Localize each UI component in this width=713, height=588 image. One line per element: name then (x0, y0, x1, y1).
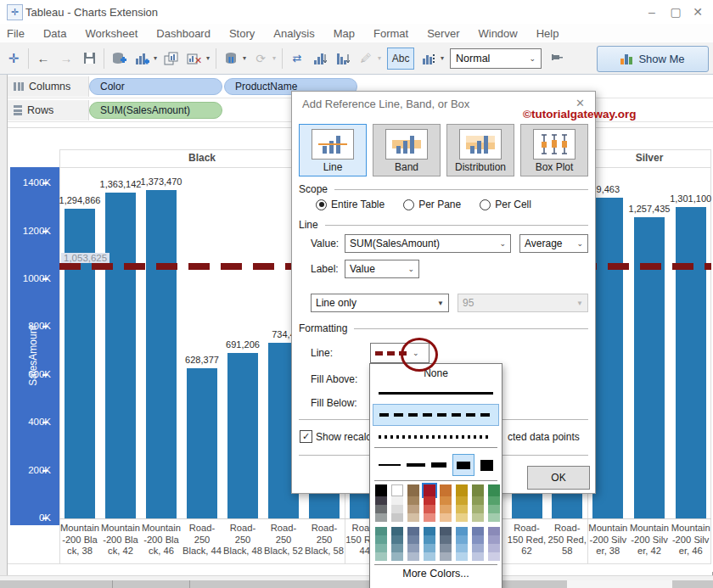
tableau-home-icon[interactable]: ✛ (5, 49, 22, 68)
minimize-button[interactable]: – (643, 5, 660, 19)
pill-sum-salesamount[interactable]: SUM(SalesAmount) (89, 102, 222, 119)
palette-swatch[interactable] (407, 535, 419, 544)
thickness-option-0[interactable] (379, 464, 401, 466)
palette-swatch[interactable] (440, 484, 452, 496)
radio-per-pane[interactable]: Per Pane (403, 199, 461, 210)
close-button[interactable]: ✕ (689, 5, 706, 19)
palette-swatch[interactable] (391, 552, 403, 561)
palette-swatch[interactable] (456, 496, 468, 505)
pill-color[interactable]: Color (89, 78, 222, 95)
show-mark-labels-button[interactable]: Abc (387, 48, 414, 70)
bar[interactable] (187, 368, 217, 518)
style-option-solid[interactable] (379, 392, 493, 395)
palette-swatch[interactable] (472, 527, 484, 535)
palette-swatch[interactable] (488, 535, 500, 544)
palette-swatch[interactable] (424, 484, 435, 496)
palette-swatch[interactable] (391, 496, 403, 505)
menu-file[interactable]: File (7, 27, 25, 40)
palette-swatch[interactable] (456, 484, 468, 496)
menu-story[interactable]: Story (229, 27, 255, 40)
thickness-option-2[interactable] (431, 462, 446, 468)
fit-axes-caret-icon[interactable]: ▾ (441, 54, 444, 62)
bar[interactable] (227, 353, 258, 518)
duplicate-sheet-icon[interactable] (163, 49, 180, 68)
style-option-dashed-selected[interactable] (373, 404, 499, 426)
palette-swatch[interactable] (375, 544, 387, 552)
swap-rows-columns-icon[interactable]: ⇄ (289, 49, 306, 68)
thickness-option-1[interactable] (407, 463, 425, 467)
menu-format[interactable]: Format (373, 27, 408, 40)
clear-sheet-icon[interactable]: ✕ (186, 49, 203, 68)
bar[interactable] (146, 190, 177, 518)
palette-swatch[interactable] (407, 505, 419, 513)
menu-worksheet[interactable]: Worksheet (85, 27, 138, 40)
style-option-dotted[interactable] (379, 435, 491, 439)
palette-swatch[interactable] (407, 513, 419, 522)
value-select[interactable]: SUM(SalesAmount)⌄ (345, 234, 511, 253)
palette-swatch[interactable] (375, 535, 387, 544)
thickness-option-4[interactable] (480, 460, 493, 471)
group-members-icon[interactable]: 🖉 (357, 49, 374, 68)
palette-swatch[interactable] (440, 496, 452, 505)
palette-swatch[interactable] (456, 535, 468, 544)
horizontal-scrollbar[interactable] (0, 580, 713, 588)
palette-swatch[interactable] (472, 535, 484, 544)
menu-analysis[interactable]: Analysis (273, 27, 314, 40)
sort-ascending-icon[interactable] (312, 49, 328, 68)
palette-swatch[interactable] (488, 527, 500, 535)
bar[interactable] (592, 198, 623, 518)
radio-per-cell[interactable]: Per Cell (480, 199, 531, 210)
palette-swatch[interactable] (424, 513, 435, 522)
type-button-band[interactable]: Band (373, 124, 441, 176)
palette-swatch[interactable] (407, 552, 419, 561)
radio-entire-table[interactable]: Entire Table (316, 199, 385, 210)
palette-swatch[interactable] (456, 527, 468, 535)
palette-swatch[interactable] (488, 544, 500, 552)
sort-descending-icon[interactable] (334, 49, 351, 68)
palette-swatch[interactable] (488, 505, 500, 513)
palette-swatch[interactable] (375, 527, 387, 535)
palette-swatch[interactable] (391, 527, 403, 535)
palette-swatch[interactable] (375, 496, 387, 505)
palette-swatch[interactable] (456, 513, 468, 522)
palette-swatch[interactable] (391, 484, 403, 496)
redo-icon[interactable]: → (58, 49, 75, 68)
palette-swatch[interactable] (472, 496, 484, 505)
palette-swatch[interactable] (424, 527, 435, 535)
view-mode-select[interactable]: Normal ⌄ (450, 48, 542, 69)
menu-dashboard[interactable]: Dashboard (156, 27, 211, 40)
pause-auto-updates-icon[interactable] (222, 49, 239, 68)
palette-swatch[interactable] (375, 552, 387, 561)
palette-swatch[interactable] (375, 484, 387, 496)
palette-swatch[interactable] (440, 513, 452, 522)
scrollbar-thumb[interactable] (567, 580, 672, 588)
palette-swatch[interactable] (488, 496, 500, 505)
palette-swatch[interactable] (440, 527, 452, 535)
menu-server[interactable]: Server (427, 27, 459, 40)
menu-data[interactable]: Data (43, 27, 66, 40)
palette-swatch[interactable] (375, 505, 387, 513)
palette-swatch[interactable] (391, 544, 403, 552)
palette-swatch[interactable] (391, 535, 403, 544)
palette-swatch[interactable] (488, 513, 500, 522)
clear-sheet-caret-icon[interactable]: ▾ (206, 54, 210, 62)
palette-swatch[interactable] (440, 535, 452, 544)
refresh-caret-icon[interactable]: ▾ (272, 54, 276, 62)
palette-swatch[interactable] (472, 513, 484, 522)
group-members-caret-icon[interactable]: ▾ (378, 54, 381, 62)
new-data-source-icon[interactable] (110, 49, 127, 68)
palette-swatch[interactable] (407, 484, 419, 496)
show-recalc-checkbox[interactable]: ✓ (300, 430, 312, 443)
aggregation-select[interactable]: Average⌄ (519, 234, 588, 253)
palette-swatch[interactable] (424, 544, 435, 552)
thickness-option-3-selected[interactable] (452, 454, 474, 476)
fit-axes-icon[interactable] (420, 49, 437, 68)
palette-swatch[interactable] (440, 544, 452, 552)
undo-icon[interactable]: ← (35, 49, 52, 68)
palette-swatch[interactable] (472, 552, 484, 561)
pause-auto-updates-caret-icon[interactable]: ▾ (243, 54, 246, 62)
palette-swatch[interactable] (456, 505, 468, 513)
palette-swatch[interactable] (456, 544, 468, 552)
ok-button[interactable]: OK (527, 466, 590, 490)
palette-swatch[interactable] (456, 552, 468, 561)
